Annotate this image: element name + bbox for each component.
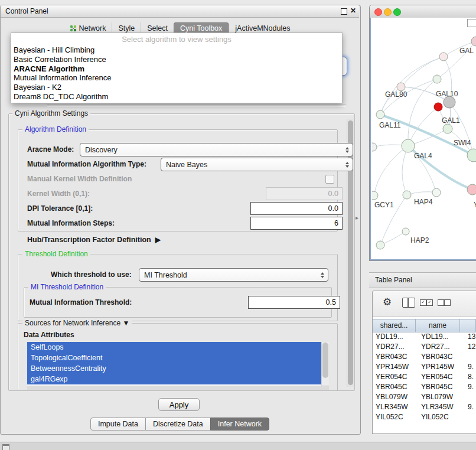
apply-button[interactable]: Apply (158, 398, 200, 411)
float-window-icon[interactable] (341, 8, 347, 15)
table-row[interactable]: YDR27...YDR27...12 (373, 342, 476, 352)
network-node[interactable] (432, 188, 441, 197)
table-cell: YDL19... (373, 332, 418, 342)
network-node[interactable] (467, 149, 476, 162)
tab-discretize-data[interactable]: Discretize Data (145, 418, 211, 431)
gear-icon[interactable]: ⚙ (383, 296, 392, 308)
network-node[interactable] (444, 96, 455, 108)
unchecked-box-icon[interactable] (438, 299, 444, 306)
mi-steps-field[interactable] (250, 217, 343, 230)
network-edge[interactable] (402, 146, 408, 195)
network-node[interactable] (443, 124, 452, 133)
table-header-row: shared...name (373, 319, 476, 332)
aracne-mode-combo[interactable]: Discovery (80, 143, 353, 156)
table-row[interactable]: YER054CYER054C8. (373, 372, 476, 382)
unchecked-box-icon[interactable] (444, 299, 451, 306)
table-header-cell[interactable]: shared... (373, 319, 416, 332)
network-node[interactable] (372, 191, 378, 200)
disclosure-right-icon: ▶ (155, 236, 161, 244)
network-node[interactable] (376, 241, 384, 249)
close-traffic-light[interactable] (374, 8, 382, 16)
network-node[interactable] (433, 75, 441, 83)
attribute-list-scrollbar[interactable] (321, 342, 329, 386)
network-node[interactable] (372, 143, 377, 151)
table-row[interactable]: YDL19...YDL19...13 (373, 332, 476, 342)
combo-arrows-icon (345, 158, 349, 171)
cyni-settings-group-title: Cyni Algorithm Settings (12, 109, 90, 118)
table-row[interactable]: YBL079WYBL079W (373, 392, 476, 402)
table-panel-header[interactable]: Table Panel (369, 272, 476, 288)
algorithm-option-selected[interactable]: ARACNE Algorithm (11, 64, 342, 74)
mi-threshold-field[interactable] (248, 296, 340, 309)
tab-style-label: Style (118, 24, 135, 32)
algorithm-dropdown-popup: Select algorithm to view settings Bayesi… (11, 32, 343, 103)
network-edge[interactable] (449, 102, 474, 155)
table-cell: YBL079W (373, 392, 418, 402)
dpi-tolerance-field[interactable] (250, 202, 343, 215)
table-row[interactable]: YPR145WYPR145W9. (373, 362, 476, 372)
network-node[interactable] (467, 184, 476, 195)
attribute-item-selected[interactable]: BetweennessCentrality (27, 363, 325, 374)
table-cell: YDL19... (418, 332, 465, 342)
network-node-label: HAP4 (414, 198, 433, 206)
close-icon[interactable]: ✕ (350, 6, 356, 15)
network-canvas[interactable]: GALGAL80GAL10GAL11GAL1SWI4GAL4GCY1HAP4HA… (370, 18, 476, 260)
table-toolbar: ⚙ ✓ ✓ (373, 291, 476, 317)
algorithm-option[interactable]: Basic Correlation Inference (11, 55, 342, 64)
table-row[interactable]: YIL052CYIL052C (373, 412, 476, 422)
birdseye-toggle[interactable] (467, 19, 476, 27)
table-row[interactable]: YLR345WYLR345W9. (373, 402, 476, 412)
tab-impute-data[interactable]: Impute Data (90, 418, 146, 431)
network-node[interactable] (434, 103, 442, 111)
attribute-item-selected[interactable]: SelfLoops (27, 342, 325, 353)
tab-cyni-toolbox-label: Cyni Toolbox (180, 24, 222, 32)
zoom-traffic-light[interactable] (393, 8, 401, 16)
mi-type-label: Mutual Information Algorithm Type: (27, 160, 146, 168)
control-panel-titlebar[interactable]: Control Panel ✕ (1, 5, 359, 18)
network-node[interactable] (376, 110, 384, 119)
minimize-traffic-light[interactable] (384, 8, 392, 16)
hub-definition-label: Hub/Transcription Factor Definition (27, 236, 151, 244)
network-window-titlebar[interactable] (370, 5, 476, 18)
network-node[interactable] (402, 228, 409, 235)
algorithm-option[interactable]: Dream8 DC_TDC Algorithm (11, 92, 342, 102)
attribute-item-selected[interactable]: TopologicalCoefficient (27, 353, 325, 363)
table-row[interactable]: YBR043CYBR043C (373, 352, 476, 362)
manual-kernel-checkbox[interactable] (325, 175, 334, 184)
algorithm-option[interactable]: Mutual Information Inference (11, 73, 342, 83)
network-node-label: GAL4 (414, 152, 432, 160)
tab-network-label: Network (79, 24, 106, 32)
columns-icon[interactable] (402, 298, 415, 308)
sources-group-title[interactable]: Sources for Network Inference ▼ (22, 319, 132, 327)
attribute-list-hscrollbar[interactable] (27, 386, 329, 390)
which-threshold-label: Which threshold to use: (51, 270, 132, 279)
algorithm-option[interactable]: Bayesian - K2 (11, 83, 342, 92)
table-cell: YPR145W (418, 362, 465, 372)
network-node[interactable] (397, 83, 405, 91)
mi-type-combo[interactable]: Naive Bayes (161, 158, 353, 171)
algorithm-option[interactable]: Bayesian - Hill Climbing (11, 45, 342, 55)
network-edge[interactable] (407, 192, 436, 195)
mi-threshold-group-title: MI Threshold Definition (28, 283, 106, 291)
network-node[interactable] (402, 139, 415, 152)
attribute-item-selected[interactable]: gal4RGexp (27, 374, 325, 384)
table-cell (465, 412, 476, 422)
hub-definition-disclosure[interactable]: Hub/Transcription Factor Definition ▶ (27, 236, 161, 244)
tab-infer-network[interactable]: Infer Network (210, 418, 269, 431)
table-row[interactable]: YBR045CYBR045C9. (373, 382, 476, 392)
table-header-cell[interactable]: name (416, 319, 460, 332)
network-node[interactable] (439, 53, 448, 61)
network-node-label: SWI4 (454, 139, 471, 147)
panel-collapse-handle[interactable]: ▸ (356, 214, 358, 221)
network-edge[interactable] (374, 146, 408, 195)
kernel-width-field[interactable] (266, 187, 343, 200)
checked-box-icon[interactable]: ✓ (426, 299, 433, 306)
data-attributes-list: SelfLoops TopologicalCoefficient Between… (27, 342, 329, 386)
attribute-list-scrollbar-thumb[interactable] (322, 343, 328, 378)
table-header-cell[interactable] (460, 319, 476, 332)
network-node[interactable] (471, 37, 476, 46)
which-threshold-combo[interactable]: MI Threshold (139, 268, 328, 282)
network-node[interactable] (403, 191, 411, 199)
checked-box-icon[interactable]: ✓ (420, 299, 426, 306)
window-restore-icon[interactable] (2, 444, 9, 450)
